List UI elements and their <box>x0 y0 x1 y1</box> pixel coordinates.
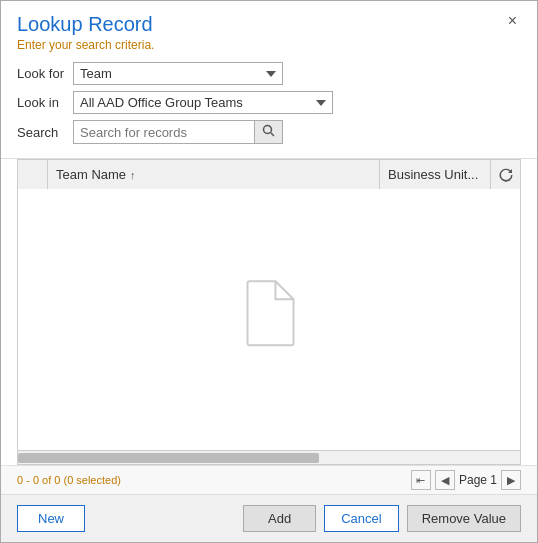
lookup-dialog: Lookup Record Enter your search criteria… <box>0 0 538 543</box>
dialog-header: Lookup Record Enter your search criteria… <box>1 1 537 56</box>
pagination: ⇤ ◀ Page 1 ▶ <box>411 470 521 490</box>
search-button[interactable] <box>254 121 282 143</box>
dialog-subtitle: Enter your search criteria. <box>17 38 154 52</box>
svg-point-0 <box>264 126 272 134</box>
look-in-row: Look in All AAD Office Group Teams <box>17 91 521 114</box>
checkbox-col-header <box>18 160 48 189</box>
search-input[interactable] <box>74 121 254 143</box>
search-label: Search <box>17 125 73 140</box>
footer-left: New <box>17 505 235 532</box>
team-name-col-label: Team Name <box>56 167 126 182</box>
footer: New Add Cancel Remove Value <box>1 494 537 542</box>
remove-value-button[interactable]: Remove Value <box>407 505 521 532</box>
cancel-button[interactable]: Cancel <box>324 505 398 532</box>
status-text: 0 - 0 of 0 (0 selected) <box>17 474 121 486</box>
refresh-icon <box>499 168 513 182</box>
hscroll-thumb <box>18 453 319 463</box>
table-area: Team Name ↑ Business Unit... <box>17 159 521 465</box>
business-unit-col-header[interactable]: Business Unit... <box>380 160 490 189</box>
horizontal-scrollbar[interactable] <box>17 451 521 465</box>
table-header: Team Name ↑ Business Unit... <box>17 159 521 189</box>
status-bar: 0 - 0 of 0 (0 selected) ⇤ ◀ Page 1 ▶ <box>1 465 537 494</box>
refresh-button[interactable] <box>490 160 520 189</box>
page-label: Page 1 <box>459 473 497 487</box>
dialog-title: Lookup Record <box>17 13 154 36</box>
first-page-button[interactable]: ⇤ <box>411 470 431 490</box>
new-button[interactable]: New <box>17 505 85 532</box>
form-area: Look for Team Look in All AAD Office Gro… <box>1 56 537 158</box>
search-row: Search <box>17 120 521 144</box>
next-page-button[interactable]: ▶ <box>501 470 521 490</box>
look-for-row: Look for Team <box>17 62 521 85</box>
search-input-wrap <box>73 120 283 144</box>
search-icon <box>262 124 275 137</box>
prev-page-button[interactable]: ◀ <box>435 470 455 490</box>
svg-line-1 <box>271 133 274 136</box>
team-name-col-header[interactable]: Team Name ↑ <box>48 160 380 189</box>
look-in-select[interactable]: All AAD Office Group Teams <box>73 91 333 114</box>
sort-asc-icon: ↑ <box>130 169 136 181</box>
add-button[interactable]: Add <box>243 505 316 532</box>
header-text: Lookup Record Enter your search criteria… <box>17 13 154 52</box>
close-button[interactable]: × <box>504 13 521 29</box>
look-for-select[interactable]: Team <box>73 62 283 85</box>
empty-state-icon <box>242 279 297 347</box>
look-in-label: Look in <box>17 95 73 110</box>
table-body <box>17 189 521 451</box>
look-for-label: Look for <box>17 66 73 81</box>
